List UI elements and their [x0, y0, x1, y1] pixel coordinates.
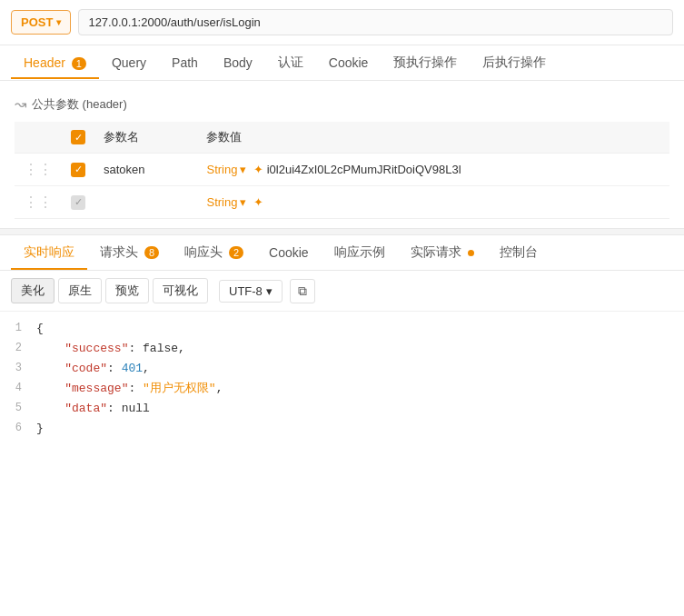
drag-handle-icon: ⋮⋮: [24, 162, 53, 177]
tab-cookie-bottom[interactable]: Cookie: [256, 236, 322, 269]
type-chevron-1: ▾: [240, 163, 246, 176]
code-line-6: 6 }: [0, 419, 684, 439]
type-label-2: String: [206, 195, 237, 209]
drag-handle-icon-2: ⋮⋮: [24, 194, 53, 210]
line-num-4: 4: [0, 379, 36, 397]
method-select[interactable]: POST ▾: [11, 10, 71, 35]
tab-cookie[interactable]: Cookie: [316, 46, 382, 79]
code-line-1: 1 {: [0, 319, 684, 339]
header-content: ↝ 公共参数 (header) ✓ 参数名 参数值 ⋮⋮: [0, 81, 684, 228]
check-cell-2[interactable]: ✓: [62, 186, 94, 219]
tab-auth[interactable]: 认证: [265, 45, 316, 80]
line-content-1: {: [36, 319, 44, 339]
code-line-2: 2 "success": false,: [0, 339, 684, 359]
code-line-3: 3 "code": 401,: [0, 359, 684, 379]
raw-btn[interactable]: 原生: [58, 278, 102, 303]
line-content-3: "code": 401,: [36, 359, 150, 379]
line-num-6: 6: [0, 419, 36, 437]
params-table: ✓ 参数名 参数值 ⋮⋮ ✓ satoken: [15, 122, 669, 219]
code-line-4: 4 "message": "用户无权限",: [0, 379, 684, 399]
tab-response-head[interactable]: 响应头 2: [172, 235, 256, 270]
response-toolbar: 美化 原生 预览 可视化 UTF-8 ▾ ⧉: [0, 271, 684, 312]
tab-header-badge: 1: [72, 57, 86, 70]
tab-response-example[interactable]: 响应示例: [322, 235, 398, 270]
url-input[interactable]: [78, 9, 673, 35]
line-num-5: 5: [0, 399, 36, 417]
tilde-icon: ↝: [15, 95, 26, 113]
beautify-btn[interactable]: 美化: [11, 278, 55, 303]
row1-checkbox[interactable]: ✓: [71, 163, 85, 177]
line-content-4: "message": "用户无权限",: [36, 379, 223, 399]
name-cell-1: satoken: [94, 154, 197, 186]
type-select-2[interactable]: String ▾: [206, 195, 246, 209]
param-value-1[interactable]: i0l2ui4ZxI0L2cPMumJRitDoiQV98L3l: [267, 163, 461, 176]
line-content-5: "data": null: [36, 399, 150, 419]
drag-handle-cell-2[interactable]: ⋮⋮: [15, 186, 62, 219]
table-header-row: ✓ 参数名 参数值: [15, 122, 669, 154]
copy-button[interactable]: ⧉: [290, 279, 315, 303]
visual-btn[interactable]: 可视化: [153, 278, 208, 303]
tab-header[interactable]: Header 1: [11, 46, 99, 79]
col-check-header: ✓: [62, 122, 94, 154]
tab-response-head-badge: 2: [229, 246, 243, 259]
top-tabs: Header 1 Query Path Body 认证 Cookie 预执行操作…: [0, 45, 684, 81]
select-all-checkbox[interactable]: ✓: [71, 130, 85, 144]
type-value-cell-1: String ▾ ✦ i0l2ui4ZxI0L2cPMumJRitDoiQV98…: [197, 154, 669, 186]
tab-query[interactable]: Query: [99, 46, 159, 79]
bottom-tabs: 实时响应 请求头 8 响应头 2 Cookie 响应示例 实际请求 控制台: [0, 235, 684, 271]
line-content-2: "success": false,: [36, 339, 185, 359]
col-value-header: 参数值: [197, 122, 669, 154]
tab-actual-request[interactable]: 实际请求: [398, 235, 487, 270]
table-row: ⋮⋮ ✓ String ▾ ✦: [15, 186, 669, 219]
name-cell-2: [94, 186, 197, 219]
table-row: ⋮⋮ ✓ satoken String ▾ ✦ i0l2ui4ZxI0L: [15, 154, 669, 186]
line-content-6: }: [36, 419, 44, 439]
line-num-2: 2: [0, 339, 36, 357]
public-params-header: ↝ 公共参数 (header): [15, 90, 669, 118]
method-label: POST: [21, 15, 53, 29]
tab-request-head-badge: 8: [144, 246, 159, 259]
param-name-1[interactable]: satoken: [104, 163, 145, 176]
method-chevron-icon: ▾: [56, 17, 61, 27]
copy-icon: ⧉: [298, 283, 307, 298]
tab-realtime[interactable]: 实时响应: [11, 235, 87, 270]
line-num-1: 1: [0, 319, 36, 337]
encoding-label: UTF-8: [229, 284, 263, 298]
type-select-1[interactable]: String ▾: [206, 163, 246, 176]
required-star-1: ✦: [253, 163, 263, 176]
type-label-1: String: [206, 163, 237, 176]
code-view: 1 { 2 "success": false, 3 "code": 401, 4…: [0, 312, 684, 447]
type-value-cell-2: String ▾ ✦: [197, 186, 669, 219]
encoding-chevron: ▾: [266, 284, 273, 298]
tab-console[interactable]: 控制台: [487, 235, 550, 270]
drag-handle-cell[interactable]: ⋮⋮: [15, 154, 62, 186]
tab-body[interactable]: Body: [211, 46, 265, 79]
col-name-header: 参数名: [94, 122, 197, 154]
section-divider: [0, 228, 684, 235]
actual-request-dot: [468, 250, 474, 256]
line-num-3: 3: [0, 359, 36, 377]
type-chevron-2: ▾: [240, 195, 246, 209]
preview-btn[interactable]: 预览: [105, 278, 149, 303]
tab-pre-action[interactable]: 预执行操作: [381, 45, 470, 80]
url-bar: POST ▾: [0, 0, 684, 45]
encoding-select[interactable]: UTF-8 ▾: [219, 280, 283, 303]
code-line-5: 5 "data": null: [0, 399, 684, 419]
col-drag-header: [15, 122, 62, 154]
check-cell-1[interactable]: ✓: [62, 154, 94, 186]
tab-path[interactable]: Path: [159, 46, 211, 79]
required-star-2: ✦: [253, 195, 263, 209]
tab-post-action[interactable]: 后执行操作: [470, 45, 559, 80]
public-params-label: 公共参数 (header): [32, 96, 127, 113]
tab-request-head[interactable]: 请求头 8: [87, 235, 172, 270]
row2-checkbox[interactable]: ✓: [71, 195, 85, 210]
